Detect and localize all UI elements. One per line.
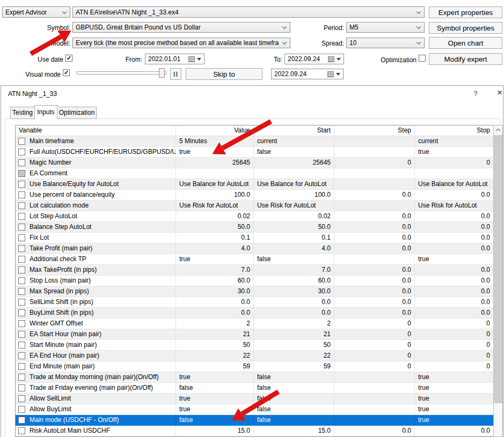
skip-to-button[interactable]: Skip to [186, 68, 262, 80]
column-header-stop[interactable]: Stop [414, 125, 493, 136]
row-checkbox[interactable] [18, 363, 25, 370]
table-row[interactable]: Stop Loss (main pair)60.060.00.00.0 [16, 276, 493, 286]
visual-speed-slider-thumb[interactable] [159, 68, 165, 78]
table-row[interactable]: BuyLimit Shift (in pips)0.00.00.00.0 [16, 308, 493, 319]
table-row[interactable]: Take Profit (main pair)4.04.00.00.0 [16, 243, 493, 254]
table-row[interactable]: EA Comment [16, 168, 493, 179]
to-date-field[interactable]: 2022.09.24 [284, 54, 344, 64]
symbol-properties-button[interactable]: Symbol properties [429, 22, 502, 34]
row-checkbox[interactable] [18, 288, 25, 295]
row-checkbox[interactable] [18, 181, 25, 188]
row-checkbox[interactable] [18, 224, 25, 231]
column-header-step[interactable]: Step [334, 125, 414, 136]
table-row[interactable]: SellLimit Shift (in pips)0.00.00.00.0 [16, 297, 493, 308]
visual-mode-checkbox[interactable] [63, 69, 70, 76]
row-checkbox[interactable] [18, 342, 25, 349]
from-date-field[interactable]: 2022.01.01 [145, 54, 204, 64]
to-date-value: 2022.09.24 [288, 55, 320, 63]
cell-value: 50 [176, 340, 253, 350]
table-row[interactable]: Max Spread (in pips)30.030.00.00.0 [16, 286, 493, 297]
table-row[interactable]: Allow BuyLimittruefalsetrue [16, 404, 493, 415]
symbol-combobox[interactable]: GBPUSD, Great Britain Pound vs US Dollar [72, 22, 290, 33]
column-header-value[interactable]: Value [176, 125, 253, 136]
modify-expert-button[interactable]: Modify expert [429, 53, 502, 65]
table-row[interactable]: Magic Number256452564500 [16, 158, 493, 168]
table-row[interactable]: EA End Hour (main pair)222200 [16, 351, 493, 361]
skip-to-date-field[interactable]: 2022.09.24 [271, 69, 344, 79]
table-row[interactable]: Winter GMT Offset2200 [16, 319, 493, 329]
row-checkbox[interactable] [18, 352, 25, 359]
row-checkbox[interactable] [18, 331, 25, 338]
row-checkbox[interactable] [18, 159, 25, 166]
row-checkbox[interactable] [18, 138, 25, 145]
expert-advisor-selector[interactable]: Expert Advisor [2, 6, 70, 18]
row-checkbox[interactable] [18, 202, 25, 209]
help-button[interactable]: ? [471, 89, 480, 99]
cell-stop: 0.0 [414, 276, 493, 286]
variable-label: Use Balance/Equity for AutoLot [30, 179, 119, 189]
row-checkbox[interactable] [18, 299, 25, 306]
row-checkbox[interactable] [18, 191, 25, 198]
table-row[interactable]: Full Auto(USDCHF/EURCHF/EURUSD/GBPUSD/US… [16, 147, 493, 158]
table-row[interactable]: Lot Step AutoLot0.020.020.00.0 [16, 211, 493, 222]
row-checkbox[interactable] [18, 320, 25, 327]
row-checkbox[interactable] [18, 149, 25, 155]
table-row[interactable]: Lot calculation modeUse Risk for AutoLot… [16, 201, 493, 211]
visual-speed-slider-track[interactable] [77, 71, 166, 75]
row-checkbox[interactable] [18, 277, 25, 284]
cell-value: true [176, 254, 253, 264]
table-row[interactable]: Use Balance/Equity for AutoLotUse Balanc… [16, 179, 493, 190]
table-row[interactable]: Use percent of balance/equity100.0100.00… [16, 190, 493, 201]
spread-label: Spread: [301, 40, 344, 47]
cell-stop: 0.0 [414, 426, 493, 436]
variable-label: EA Start Hour (main pair) [30, 329, 101, 339]
row-checkbox[interactable] [18, 395, 25, 402]
vertical-scrollbar[interactable] [493, 125, 503, 437]
column-header-start[interactable]: Start [253, 125, 334, 136]
row-checkbox[interactable] [18, 213, 25, 220]
table-row[interactable]: Main mode (USDCHF - On/Off)falsefalsetru… [16, 415, 493, 426]
optimization-checkbox[interactable] [419, 55, 426, 62]
use-date-checkbox[interactable] [65, 55, 72, 62]
tab-inputs[interactable]: Inputs [34, 105, 57, 120]
table-row[interactable]: Additional check TPtruefalsetrue [16, 254, 493, 265]
row-checkbox[interactable] [18, 406, 25, 413]
period-combobox[interactable]: M5 [346, 22, 425, 33]
pause-button[interactable]: II [170, 68, 181, 80]
row-checkbox[interactable] [18, 266, 25, 273]
close-icon[interactable]: × [495, 88, 504, 98]
table-row[interactable]: Start Minute (main pair)505000 [16, 340, 493, 351]
table-row[interactable]: Trade at Friday evening (main pair)(On/O… [16, 383, 493, 394]
table-row[interactable]: End Minute (main pair)595900 [16, 361, 493, 372]
scrollbar-thumb[interactable] [494, 135, 502, 403]
expert-path-combobox[interactable]: ATN EA\relise\ATN Night _1_33.ex4 [72, 6, 425, 18]
model-combobox[interactable]: Every tick (the most precise method base… [72, 38, 290, 48]
table-row[interactable]: Main timeframe5 Minutescurrentcurrent [16, 136, 493, 147]
chevron-down-icon [282, 25, 287, 29]
expert-properties-button[interactable]: Expert properties [429, 6, 502, 18]
table-row[interactable]: Max TakeProfit (in pips)7.07.00.00.0 [16, 265, 493, 276]
table-row[interactable]: Balance Step AutoLot50.050.00.00.0 [16, 222, 493, 233]
scroll-up-icon[interactable] [494, 125, 502, 134]
row-checkbox[interactable] [18, 245, 25, 252]
open-chart-button[interactable]: Open chart [429, 37, 502, 49]
table-row[interactable]: Allow SellLimittruefalsetrue [16, 394, 493, 404]
table-row[interactable]: Risk AutoLot Main USDCHF15.015.00.00.0 [16, 426, 493, 436]
spread-combobox[interactable]: 10 [346, 38, 425, 48]
column-header-variable[interactable]: Variable [16, 125, 176, 136]
row-checkbox[interactable] [18, 170, 25, 177]
table-row[interactable]: EA Start Hour (main pair)212100 [16, 329, 493, 340]
row-checkbox[interactable] [18, 234, 25, 241]
row-checkbox[interactable] [18, 374, 25, 381]
row-checkbox[interactable] [18, 427, 25, 434]
table-row[interactable]: Trade at Monday morning (main pair)(On/O… [16, 372, 493, 383]
row-checkbox[interactable] [18, 384, 25, 391]
tab-testing[interactable]: Testing [10, 107, 35, 119]
tab-optimization[interactable]: Optimization [57, 107, 97, 119]
table-row[interactable]: Fix Lot0.10.10.00.0 [16, 233, 493, 243]
row-checkbox[interactable] [18, 417, 25, 424]
row-checkbox[interactable] [18, 309, 25, 316]
cell-stop: 0.0 [414, 286, 493, 297]
cell-stop: 0.0 [414, 211, 493, 221]
row-checkbox[interactable] [18, 256, 25, 263]
